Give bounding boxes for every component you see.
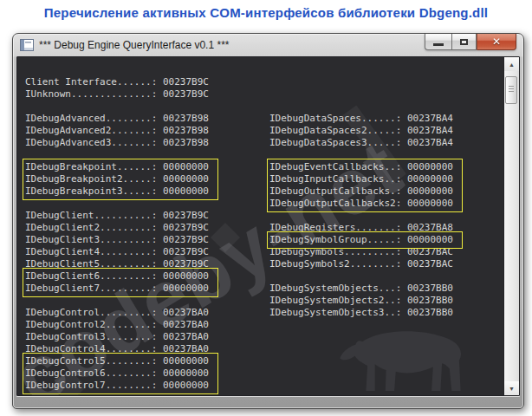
page-title: Перечисление активных COM-интерфейсов би… xyxy=(0,5,532,20)
console-line: IDebugSymbols2........: 00237BAC xyxy=(269,258,460,270)
console-line: IDebugOutputCallbacks2: 00000000 xyxy=(269,198,453,210)
scrollbar-track[interactable] xyxy=(504,71,519,381)
blank-line xyxy=(25,198,216,210)
console-line: IDebugDataSpaces3.....: 00237BA4 xyxy=(269,137,460,149)
console-line: IDebugAdvanced........: 00237B98 xyxy=(25,113,216,125)
console-line: IDebugControl.........: 00237BA0 xyxy=(25,307,216,319)
close-button[interactable]: ✕ xyxy=(477,34,516,50)
console-line: IUnknown..............: 00237B9C xyxy=(25,88,216,101)
highlight-box: IDebugClient6.........: 00000000IDebugCl… xyxy=(25,270,216,295)
console-window: *** Debug Engine QueryInterface v0.1 ***… xyxy=(12,33,524,409)
console-line: IDebugDataSpaces......: 00237BA4 xyxy=(269,113,460,125)
minimize-icon xyxy=(433,43,444,46)
window-title: *** Debug Engine QueryInterface v0.1 *** xyxy=(39,39,229,51)
console-line: IDebugBreakpoint......: 00000000 xyxy=(25,161,209,173)
close-icon: ✕ xyxy=(492,36,501,47)
console-line: IDebugClient4.........: 00237B9C xyxy=(25,246,216,258)
console-line: IDebugOutputCallbacks.: 00000000 xyxy=(269,185,453,198)
console-line: IDebugClient6.........: 00000000 xyxy=(25,270,209,283)
console-line: IDebugClient..........: 00237B9C xyxy=(25,210,216,222)
console-line: IDebugSystemObjects2..: 00237BB0 xyxy=(269,295,460,307)
console-line: IDebugControl2........: 00237BA0 xyxy=(25,319,216,331)
console-line: IDebugSystemObjects...: 00237BB0 xyxy=(269,283,460,295)
blank-line xyxy=(269,270,460,283)
console-line: IDebugClient7.........: 00000000 xyxy=(25,283,209,295)
console-line: IDebugClient3.........: 00237B9C xyxy=(25,234,216,246)
highlight-box: IDebugControl5........: 00000000IDebugCo… xyxy=(25,355,216,392)
console-line: IDebugControl7........: 00000000 xyxy=(25,380,209,392)
console-line: IDebugSymbols.........: 00237BAC xyxy=(269,246,460,258)
blank-line xyxy=(269,210,460,222)
scroll-down-button[interactable]: ▼ xyxy=(504,381,519,395)
vertical-scrollbar[interactable]: ▲ ▼ xyxy=(503,57,519,395)
console-line: Client Interface......: 00237B9C xyxy=(25,76,216,88)
console-column-1: Client Interface......: 00237B9CIUnknown… xyxy=(25,76,216,392)
console-line: IDebugBreakpoint2.....: 00000000 xyxy=(25,173,209,185)
titlebar[interactable]: *** Debug Engine QueryInterface v0.1 ***… xyxy=(13,34,523,56)
minimize-button[interactable] xyxy=(425,34,451,50)
maximize-icon xyxy=(460,39,468,45)
console-line: IDebugDataSpaces2.....: 00237BA4 xyxy=(269,125,460,137)
console-line: IDebugInputCallbacks..: 00000000 xyxy=(269,173,453,185)
console-line: IDebugEventCallbacks..: 00000000 xyxy=(269,161,453,173)
console-output: codeby-net Client Interface......: 00237… xyxy=(16,56,520,396)
console-line: IDebugBreakpoint3.....: 00000000 xyxy=(25,185,209,198)
blank-line xyxy=(25,101,216,113)
console-column-2: IDebugDataSpaces......: 00237BA4IDebugDa… xyxy=(269,113,460,319)
page: Перечисление активных COM-интерфейсов би… xyxy=(0,0,532,416)
console-line: IDebugControl5........: 00000000 xyxy=(25,355,209,367)
caption-buttons: ✕ xyxy=(425,34,516,50)
console-line: IDebugSystemObjects3..: 00237BB0 xyxy=(269,307,460,319)
arrow-up-icon: ▲ xyxy=(509,62,515,68)
console-line: IDebugClient2.........: 00237B9C xyxy=(25,222,216,234)
arrow-down-icon: ▼ xyxy=(509,386,515,392)
bear-logo-icon xyxy=(332,322,490,396)
highlight-box: IDebugBreakpoint......: 00000000IDebugBr… xyxy=(25,161,216,198)
console-line: IDebugClient5.........: 00237B9C xyxy=(25,258,216,270)
scrollbar-grip-icon xyxy=(509,86,514,93)
console-line: IDebugControl4........: 00237BA0 xyxy=(25,343,216,355)
console-line: IDebugRegisters.......: 00237BA8 xyxy=(269,222,460,234)
blank-line xyxy=(269,149,460,161)
console-line: IDebugControl6........: 00000000 xyxy=(25,367,209,380)
highlight-box: IDebugEventCallbacks..: 00000000IDebugIn… xyxy=(269,161,460,210)
blank-line xyxy=(25,295,216,307)
blank-line xyxy=(25,149,216,161)
console-line: IDebugSymbolGroup.....: 00000000 xyxy=(269,234,453,246)
console-line: IDebugAdvanced3.......: 00237B98 xyxy=(25,137,216,149)
console-line: IDebugAdvanced2.......: 00237B98 xyxy=(25,125,216,137)
highlight-box: IDebugSymbolGroup.....: 00000000 xyxy=(269,234,460,246)
console-line: IDebugControl3........: 00237BA0 xyxy=(25,331,216,343)
scrollbar-thumb[interactable] xyxy=(505,76,517,104)
scroll-up-button[interactable]: ▲ xyxy=(504,57,519,71)
maximize-button[interactable] xyxy=(451,34,477,50)
console-app-icon xyxy=(20,39,34,51)
